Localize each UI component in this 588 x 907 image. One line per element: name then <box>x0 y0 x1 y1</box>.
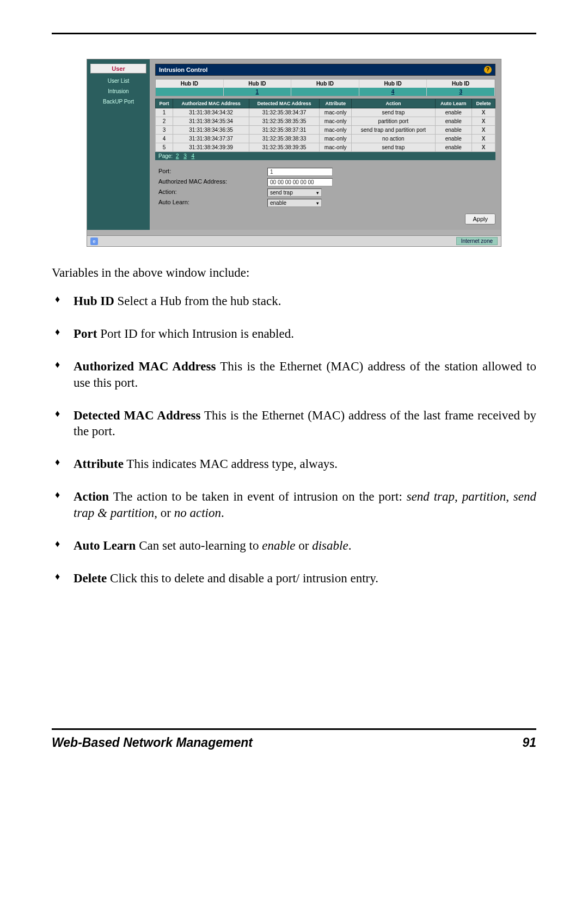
cell-attr: mac-only <box>320 108 352 117</box>
cell-attr: mac-only <box>320 117 352 126</box>
delete-button[interactable]: X <box>471 143 495 152</box>
delete-button[interactable]: X <box>471 117 495 126</box>
cell-auto: enable <box>435 108 471 117</box>
hub-label-4: Hub ID <box>359 80 427 88</box>
cell-det: 31:32:35:38:39:35 <box>249 143 319 152</box>
cell-action: send trap <box>352 108 435 117</box>
pager-link-3[interactable]: 3 <box>182 153 188 159</box>
hub-value-1[interactable] <box>156 88 224 96</box>
col-port: Port <box>156 99 173 108</box>
hub-label-3: Hub ID <box>291 80 359 88</box>
pager-link-4[interactable]: 4 <box>190 153 197 159</box>
list-item: Delete Click this to delete and disable … <box>52 570 536 587</box>
status-zone: Internet zone <box>456 237 498 245</box>
cell-action: send trap <box>352 143 435 152</box>
cell-attr: mac-only <box>320 135 352 143</box>
list-item: Authorized MAC Address This is the Ether… <box>52 358 536 391</box>
form-auto-select[interactable]: enable <box>267 199 322 207</box>
apply-button[interactable]: Apply <box>465 214 495 224</box>
cell-port: 3 <box>156 126 173 135</box>
col-auto: Auto Learn <box>435 99 471 108</box>
hub-value-3[interactable] <box>291 88 359 96</box>
list-item: Action The action to be taken in event o… <box>52 489 536 521</box>
cell-auth: 31:31:38:34:39:39 <box>173 143 249 152</box>
hub-value-2[interactable]: 1 <box>224 88 292 96</box>
panel-title: Intrusion Control <box>159 66 207 73</box>
term: Hub ID <box>74 294 114 308</box>
pager-link-2[interactable]: 2 <box>174 153 181 159</box>
top-rule <box>52 33 536 34</box>
cell-port: 2 <box>156 117 173 126</box>
term: Action <box>74 490 109 503</box>
table-row: 431:31:38:34:37:3731:32:35:38:38:33mac-o… <box>156 135 495 143</box>
intro-text: Variables in the above window include: <box>52 266 536 280</box>
hub-label-2: Hub ID <box>224 80 292 88</box>
cell-auth: 31:31:38:34:36:35 <box>173 126 249 135</box>
col-attr: Attribute <box>320 99 352 108</box>
pager-label: Page: <box>158 153 173 159</box>
italic-term: enable <box>262 539 295 552</box>
cell-det: 31:32:35:38:34:37 <box>249 108 319 117</box>
pager: Page: 2 3 4 <box>155 152 495 160</box>
term: Port <box>74 327 97 340</box>
delete-button[interactable]: X <box>471 135 495 143</box>
table-row: 531:31:38:34:39:3931:32:35:38:39:35mac-o… <box>156 143 495 152</box>
table-row: 231:31:38:34:35:3431:32:35:38:35:35mac-o… <box>156 117 495 126</box>
cell-auth: 31:31:38:34:34:32 <box>173 108 249 117</box>
intrusion-table: Port Authorized MAC Address Detected MAC… <box>155 99 495 152</box>
cell-auth: 31:31:38:34:37:37 <box>173 135 249 143</box>
cell-auto: enable <box>435 135 471 143</box>
italic-term: send trap <box>407 490 455 503</box>
sidebar-tab-user[interactable]: User <box>90 64 146 74</box>
help-icon[interactable]: ? <box>484 66 492 74</box>
list-item: Attribute This indicates MAC address typ… <box>52 456 536 472</box>
term: Auto Learn <box>74 539 136 552</box>
col-auth: Authorized MAC Address <box>173 99 249 108</box>
cell-port: 4 <box>156 135 173 143</box>
hub-value-5[interactable]: 3 <box>427 88 495 96</box>
list-item: Port Port ID for which Intrusion is enab… <box>52 326 536 342</box>
form-auth-label: Authorized MAC Address: <box>158 178 267 186</box>
term: Delete <box>74 571 107 585</box>
screenshot-main: Intrusion Control ? Hub ID Hub ID Hub ID… <box>150 59 501 230</box>
table-row: 331:31:38:34:36:3531:32:35:38:37:31mac-o… <box>156 126 495 135</box>
page-footer: Web-Based Network Management 91 <box>52 728 536 750</box>
term: Authorized MAC Address <box>74 360 216 373</box>
term: Detected MAC Address <box>74 409 200 422</box>
italic-term: no action <box>174 506 221 520</box>
form-action-select[interactable]: send trap <box>267 188 322 197</box>
form-port-label: Port: <box>158 168 267 176</box>
cell-port: 5 <box>156 143 173 152</box>
hub-label-1: Hub ID <box>156 80 224 88</box>
cell-det: 31:32:35:38:35:35 <box>249 117 319 126</box>
form-port-input[interactable]: 1 <box>267 168 333 176</box>
italic-term: partition <box>462 490 506 503</box>
form-auth-input[interactable]: 00 00 00 00 00 00 <box>267 178 333 186</box>
cell-attr: mac-only <box>320 126 352 135</box>
cell-port: 1 <box>156 108 173 117</box>
table-row: 131:31:38:34:34:3231:32:35:38:34:37mac-o… <box>156 108 495 117</box>
cell-auto: enable <box>435 126 471 135</box>
sidebar-item-userlist[interactable]: User List <box>90 76 146 86</box>
footer-title: Web-Based Network Management <box>52 735 253 750</box>
hub-id-tabs: Hub ID Hub ID Hub ID Hub ID Hub ID 1 4 3 <box>155 79 495 96</box>
status-bar: e Internet zone <box>87 235 501 246</box>
cell-auto: enable <box>435 117 471 126</box>
sidebar-item-intrusion[interactable]: Intrusion <box>90 86 146 96</box>
list-item: Detected MAC Address This is the Etherne… <box>52 407 536 440</box>
intrusion-form: Port: 1 Authorized MAC Address: 00 00 00… <box>155 167 495 224</box>
cell-auto: enable <box>435 143 471 152</box>
delete-button[interactable]: X <box>471 108 495 117</box>
sidebar-item-backupport[interactable]: BackUP Port <box>90 96 146 107</box>
col-det: Detected MAC Address <box>249 99 319 108</box>
ie-icon: e <box>90 238 98 245</box>
list-item: Hub ID Select a Hub from the hub stack. <box>52 293 536 309</box>
cell-det: 31:32:35:38:38:33 <box>249 135 319 143</box>
delete-button[interactable]: X <box>471 126 495 135</box>
cell-auth: 31:31:38:34:35:34 <box>173 117 249 126</box>
hub-value-4[interactable]: 4 <box>359 88 427 96</box>
screenshot-sidebar: User User List Intrusion BackUP Port <box>87 59 150 230</box>
hub-label-5: Hub ID <box>427 80 495 88</box>
cell-action: no action <box>352 135 435 143</box>
cell-action: partition port <box>352 117 435 126</box>
